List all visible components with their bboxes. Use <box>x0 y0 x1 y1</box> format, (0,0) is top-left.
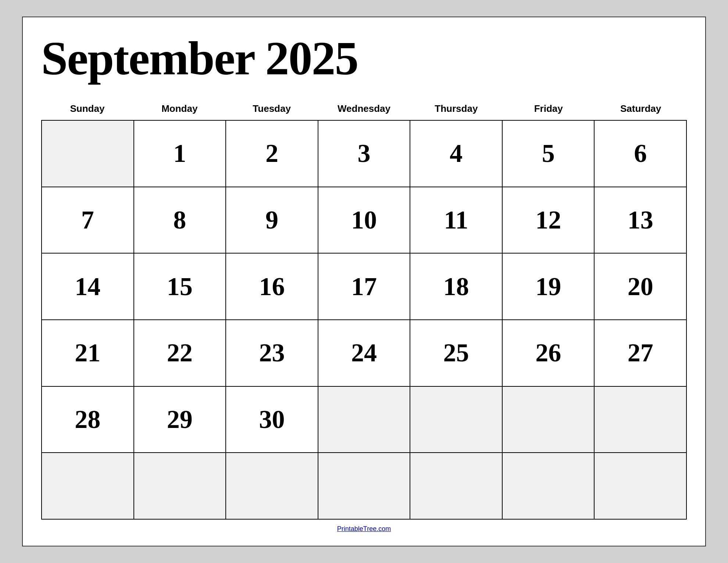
calendar-cell <box>503 387 595 453</box>
calendar-cell: 21 <box>42 320 134 387</box>
day-number: 24 <box>351 338 377 368</box>
calendar-cell <box>595 387 687 453</box>
day-number: 26 <box>535 338 561 368</box>
calendar-cell <box>318 387 411 453</box>
calendar-cell: 27 <box>595 320 687 387</box>
day-number: 13 <box>628 205 653 235</box>
day-number: 23 <box>259 338 285 368</box>
day-number: 3 <box>357 139 370 168</box>
day-number: 16 <box>259 272 285 301</box>
calendar-cell: 24 <box>318 320 411 387</box>
calendar-cell <box>503 453 595 520</box>
day-number: 12 <box>535 205 561 235</box>
day-number: 7 <box>81 205 94 235</box>
day-number: 10 <box>351 205 377 235</box>
day-number: 28 <box>75 405 100 434</box>
calendar-cell <box>134 453 226 520</box>
calendar-cell: 12 <box>503 187 595 254</box>
calendar-cell <box>42 453 134 520</box>
calendar-cell: 26 <box>503 320 595 387</box>
day-header-sunday: Sunday <box>41 99 133 120</box>
calendar-cell: 10 <box>318 187 411 254</box>
calendar-cell: 28 <box>42 387 134 453</box>
calendar-cell: 29 <box>134 387 226 453</box>
day-number: 21 <box>75 338 100 368</box>
day-number: 15 <box>167 272 193 301</box>
calendar-cell: 30 <box>226 387 318 453</box>
calendar-cell: 3 <box>318 121 411 187</box>
day-number: 18 <box>443 272 469 301</box>
calendar-cell: 19 <box>503 254 595 320</box>
day-number: 27 <box>628 338 653 368</box>
day-number: 9 <box>265 205 278 235</box>
calendar-cell: 22 <box>134 320 226 387</box>
day-number: 19 <box>535 272 561 301</box>
day-number: 8 <box>173 205 186 235</box>
calendar-cell: 20 <box>595 254 687 320</box>
calendar-cell: 5 <box>503 121 595 187</box>
footer: PrintableTree.com <box>41 520 687 535</box>
calendar-cell: 7 <box>42 187 134 254</box>
day-number: 22 <box>167 338 193 368</box>
day-header-saturday: Saturday <box>595 99 687 120</box>
day-number: 2 <box>265 139 278 168</box>
day-number: 4 <box>450 139 463 168</box>
calendar-cell: 23 <box>226 320 318 387</box>
calendar-cell: 15 <box>134 254 226 320</box>
calendar-cell: 14 <box>42 254 134 320</box>
day-header-monday: Monday <box>133 99 226 120</box>
calendar-title: September 2025 <box>41 32 687 85</box>
calendar-cell <box>410 387 503 453</box>
day-number: 30 <box>259 405 285 434</box>
calendar-cell <box>42 121 134 187</box>
calendar-cell: 25 <box>410 320 503 387</box>
day-number: 25 <box>443 338 469 368</box>
day-number: 6 <box>634 139 647 168</box>
day-number: 17 <box>351 272 377 301</box>
day-header-tuesday: Tuesday <box>226 99 318 120</box>
calendar-container: SundayMondayTuesdayWednesdayThursdayFrid… <box>41 99 687 520</box>
day-header-wednesday: Wednesday <box>318 99 410 120</box>
calendar-cell: 2 <box>226 121 318 187</box>
calendar-cell: 17 <box>318 254 411 320</box>
calendar-cell <box>410 453 503 520</box>
calendar-cell: 16 <box>226 254 318 320</box>
calendar-page: September 2025 SundayMondayTuesdayWednes… <box>22 17 706 546</box>
calendar-cell: 1 <box>134 121 226 187</box>
day-header-friday: Friday <box>502 99 595 120</box>
day-number: 14 <box>75 272 100 301</box>
day-number: 11 <box>444 205 468 235</box>
calendar-cell: 13 <box>595 187 687 254</box>
calendar-cell: 4 <box>410 121 503 187</box>
calendar-cell: 11 <box>410 187 503 254</box>
calendar-cell <box>226 453 318 520</box>
day-number: 5 <box>542 139 555 168</box>
day-number: 20 <box>628 272 653 301</box>
calendar-cell: 8 <box>134 187 226 254</box>
calendar-cell: 18 <box>410 254 503 320</box>
day-number: 1 <box>173 139 186 168</box>
calendar-cell <box>595 453 687 520</box>
calendar-grid: 1234567891011121314151617181920212223242… <box>41 120 687 520</box>
calendar-cell: 6 <box>595 121 687 187</box>
day-headers: SundayMondayTuesdayWednesdayThursdayFrid… <box>41 99 687 120</box>
footer-link[interactable]: PrintableTree.com <box>337 525 391 532</box>
day-header-thursday: Thursday <box>410 99 502 120</box>
calendar-cell <box>318 453 411 520</box>
day-number: 29 <box>167 405 193 434</box>
calendar-cell: 9 <box>226 187 318 254</box>
